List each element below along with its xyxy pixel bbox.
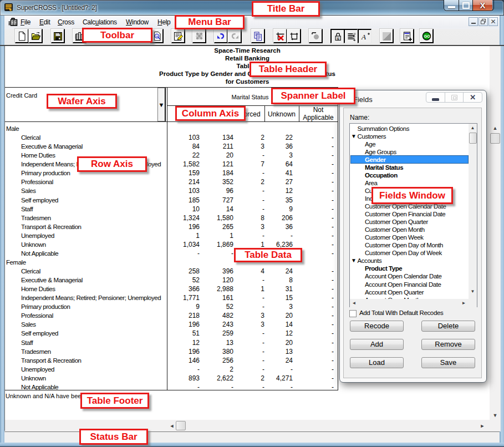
svg-text:A: A <box>361 33 366 41</box>
svg-text:GO: GO <box>424 34 430 38</box>
